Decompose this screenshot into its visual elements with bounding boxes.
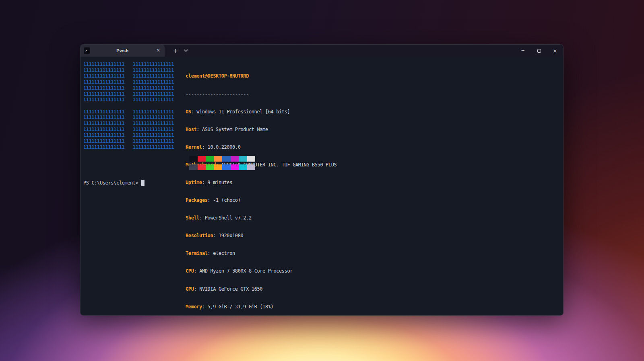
- entry-memory: Memory: 5,9 GiB / 31,9 GiB (18%): [186, 304, 336, 310]
- system-info-column: clement@DESKTOP-8NUTRRD ----------------…: [186, 62, 336, 316]
- tab-close-icon[interactable]: ×: [155, 47, 161, 54]
- fetch-user-host: clement@DESKTOP-8NUTRRD: [186, 73, 336, 79]
- terminal-color-palette: [189, 156, 257, 173]
- entry-kernel: Kernel: 10.0.22000.0: [186, 144, 336, 150]
- entry-cpu: CPU: AMD Ryzen 7 3800X 8-Core Processor: [186, 268, 336, 274]
- entry-gpu: GPU: NVIDIA GeForce GTX 1650: [186, 286, 336, 292]
- terminal-viewport[interactable]: 111111111111111 111111111111111 11111111…: [80, 57, 563, 316]
- tab-dropdown-button[interactable]: [181, 45, 191, 57]
- palette-swatch: [189, 156, 198, 162]
- prompt-text: PS C:\Users\clement>: [83, 180, 138, 186]
- palette-swatch: [198, 164, 206, 170]
- tab-pwsh[interactable]: >_ Pwsh ×: [80, 45, 165, 57]
- windows-logo-ascii-art: 111111111111111 111111111111111 11111111…: [83, 62, 174, 150]
- maximize-button[interactable]: [531, 45, 547, 57]
- palette-swatch: [239, 156, 247, 162]
- palette-swatch: [222, 164, 231, 170]
- new-tab-button[interactable]: +: [170, 45, 181, 57]
- window-controls: ─ ×: [515, 45, 563, 57]
- palette-swatch: [189, 164, 198, 170]
- desktop-wallpaper[interactable]: >_ Pwsh × + ─ ×: [0, 0, 644, 361]
- close-icon: ×: [553, 48, 557, 54]
- tab-title: Pwsh: [90, 48, 155, 53]
- palette-swatch: [214, 164, 223, 170]
- palette-swatch: [206, 164, 214, 170]
- palette-swatch: [222, 156, 231, 162]
- palette-swatch: [214, 156, 223, 162]
- text-cursor: [141, 180, 144, 186]
- minimize-button[interactable]: ─: [515, 45, 531, 57]
- palette-swatch: [247, 156, 256, 162]
- entry-shell: Shell: PowerShell v7.2.2: [186, 215, 336, 221]
- powershell-icon: >_: [84, 47, 90, 54]
- entry-host: Host: ASUS System Product Name: [186, 127, 336, 133]
- palette-swatch: [231, 156, 239, 162]
- entry-uptime: Uptime: 9 minutes: [186, 180, 336, 186]
- entry-terminal: Terminal: electron: [186, 250, 336, 256]
- titlebar-drag-region[interactable]: >_ Pwsh × + ─ ×: [80, 45, 563, 57]
- palette-swatch: [198, 156, 206, 162]
- terminal-window: >_ Pwsh × + ─ ×: [80, 44, 564, 316]
- maximize-icon: [537, 49, 541, 53]
- palette-swatch: [231, 164, 239, 170]
- entry-resolution: Resolution: 1920x1080: [186, 233, 336, 239]
- fetch-separator: -----------------------: [186, 91, 336, 97]
- palette-swatch: [247, 164, 256, 170]
- minimize-icon: ─: [521, 48, 524, 53]
- palette-swatch: [239, 164, 247, 170]
- palette-swatch: [206, 156, 214, 162]
- entry-os: OS: Windows 11 Professionnel [64 bits]: [186, 109, 336, 115]
- close-button[interactable]: ×: [547, 45, 563, 57]
- chevron-down-icon: [184, 49, 188, 52]
- shell-prompt: PS C:\Users\clement>: [83, 180, 144, 186]
- entry-packages: Packages: -1 (choco): [186, 197, 336, 203]
